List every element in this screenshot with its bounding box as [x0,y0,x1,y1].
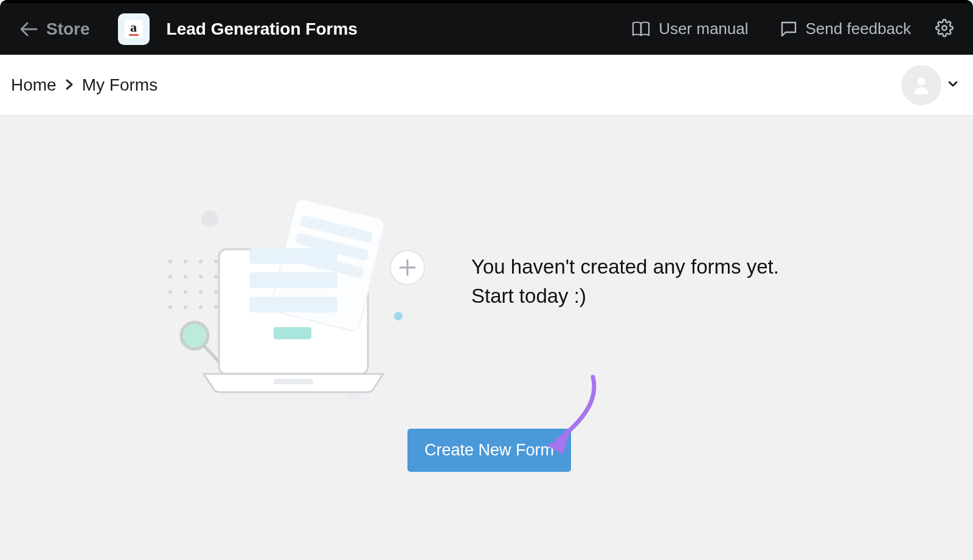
svg-point-8 [168,275,172,278]
top-app-bar: Store a Lead Generation Forms User manua… [0,0,973,55]
empty-state-illustration [167,195,441,420]
main-content: You haven't created any forms yet. Start… [0,116,973,560]
empty-state-line1: You haven't created any forms yet. [471,252,779,282]
breadcrumb: Home My Forms [11,75,158,95]
empty-state-line2: Start today :) [471,282,779,311]
svg-point-18 [199,305,203,309]
user-manual-label: User manual [659,19,748,38]
svg-rect-34 [249,297,338,313]
sub-header: Home My Forms [0,55,973,116]
svg-point-14 [199,290,203,294]
empty-state-message: You haven't created any forms yet. Start… [471,252,779,311]
avatar-dropdown-toggle[interactable] [947,80,958,91]
store-label: Store [46,19,90,39]
svg-point-4 [168,260,172,263]
user-manual-link[interactable]: User manual [632,19,748,38]
chevron-down-icon [947,80,958,90]
settings-button[interactable] [935,19,954,40]
feedback-icon [780,21,797,38]
user-avatar[interactable] [901,65,941,105]
svg-rect-33 [249,272,338,288]
book-icon [632,21,650,38]
svg-point-13 [184,290,187,294]
svg-point-10 [199,275,203,278]
svg-point-12 [168,290,172,294]
arrow-left-icon [19,21,38,37]
svg-point-2 [942,26,947,30]
breadcrumb-home[interactable]: Home [11,75,57,95]
create-new-form-button[interactable]: Create New Form [407,429,571,472]
svg-point-16 [168,305,172,309]
svg-point-19 [214,305,218,309]
person-icon [910,74,932,96]
svg-rect-35 [274,327,311,339]
svg-point-6 [199,260,203,263]
send-feedback-label: Send feedback [806,19,911,38]
svg-rect-32 [249,248,338,264]
breadcrumb-current: My Forms [82,75,158,95]
svg-point-5 [184,260,187,263]
app-title: Lead Generation Forms [167,19,358,39]
svg-point-9 [184,275,187,278]
back-to-store-link[interactable]: Store [19,19,90,39]
send-feedback-link[interactable]: Send feedback [780,19,911,38]
chevron-right-icon [65,75,74,95]
app-logo-icon: a [118,13,150,45]
svg-point-21 [394,312,403,320]
gear-icon [935,29,954,39]
svg-point-20 [201,210,218,227]
svg-point-3 [918,77,926,85]
svg-point-11 [214,275,218,278]
svg-point-15 [214,290,218,294]
svg-rect-26 [274,379,313,384]
svg-line-24 [204,345,219,362]
svg-point-17 [184,305,187,309]
svg-point-7 [214,260,218,263]
